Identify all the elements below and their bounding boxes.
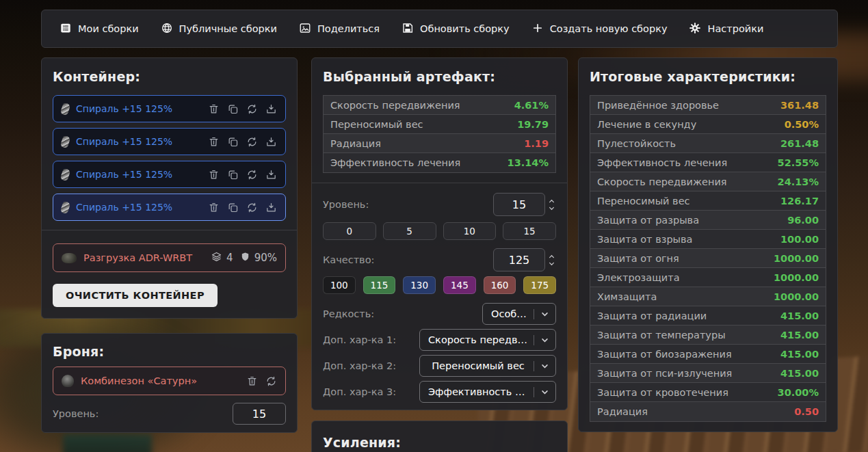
quality-preset-115[interactable]: 115 xyxy=(363,276,396,294)
quality-preset-160[interactable]: 160 xyxy=(484,276,516,294)
refresh-icon[interactable] xyxy=(246,136,258,148)
chevron-up-icon[interactable] xyxy=(547,198,556,204)
total-row: Лечение в секунду0.50% xyxy=(590,115,826,134)
total-row: Радиация0.50 xyxy=(590,402,826,421)
new-build-label: Создать новую сборку xyxy=(550,23,668,34)
level-preset-0[interactable]: 0 xyxy=(323,222,376,240)
refresh-icon[interactable] xyxy=(265,375,277,387)
level-input[interactable]: 15 xyxy=(493,193,545,216)
download-icon[interactable] xyxy=(265,169,277,181)
level-preset-10[interactable]: 10 xyxy=(443,222,497,240)
chevron-down-icon xyxy=(540,309,550,319)
artifact-actions xyxy=(208,202,277,213)
extra-stat-3-value: Эффективность ле... xyxy=(428,386,528,397)
level-preset-15[interactable]: 15 xyxy=(503,222,556,240)
trash-icon[interactable] xyxy=(246,375,258,387)
trash-icon[interactable] xyxy=(208,202,220,213)
artifact-stats-table: Скорость передвижения 4.61% Переносимый … xyxy=(323,95,556,173)
quality-spinner: 125 xyxy=(493,248,556,271)
pouch-item[interactable]: Разгрузка ADR-WRBT 4 90% xyxy=(53,243,286,272)
shield-icon xyxy=(240,252,250,265)
total-row: Защита от пси-излучения415.00 xyxy=(590,364,826,383)
extra-stat-1-label: Доп. хар-ка 1: xyxy=(323,334,396,345)
armor-level-label: Уровень: xyxy=(53,408,98,419)
total-row: Пулестойкость261.48 xyxy=(590,134,826,153)
share-button[interactable]: Поделиться xyxy=(299,22,380,36)
artifact-slot-4-selected[interactable]: Спираль +15 125% xyxy=(53,194,286,221)
armor-level-input[interactable]: 15 xyxy=(233,403,286,425)
top-toolbar: Мои сборки Публичные сборки Поделиться О… xyxy=(41,10,838,48)
total-row: Защита от взрыва100.00 xyxy=(590,230,826,249)
quality-input[interactable]: 125 xyxy=(493,248,545,271)
chevron-down-icon xyxy=(540,335,550,345)
new-build-button[interactable]: Создать новую сборку xyxy=(531,22,668,36)
copy-icon[interactable] xyxy=(227,103,239,115)
artifact-slot-3[interactable]: Спираль +15 125% xyxy=(53,161,286,188)
chevron-down-icon[interactable] xyxy=(547,261,556,267)
trash-icon[interactable] xyxy=(208,136,220,148)
total-row: Защита от огня1000.00 xyxy=(590,249,826,268)
extra-stat-2-dropdown[interactable]: Переносимый вес xyxy=(419,355,556,377)
clear-container-button[interactable]: ОЧИСТИТЬ КОНТЕЙНЕР xyxy=(53,284,218,307)
quality-preset-145[interactable]: 145 xyxy=(443,276,476,294)
rarity-label: Редкость: xyxy=(323,308,374,319)
my-builds-button[interactable]: Мои сборки xyxy=(60,22,139,36)
chevron-down-icon xyxy=(540,361,550,371)
globe-icon xyxy=(161,22,173,36)
refresh-icon[interactable] xyxy=(246,169,258,181)
stat-row: Эффективность лечения 13.14% xyxy=(324,153,555,172)
total-row: Защита от кровотечения30.00% xyxy=(590,383,826,402)
quality-preset-175[interactable]: 175 xyxy=(523,276,556,294)
quality-preset-100[interactable]: 100 xyxy=(323,276,356,294)
refresh-icon[interactable] xyxy=(246,103,258,115)
armor-icon xyxy=(62,375,74,387)
artifact-slot-2[interactable]: Спираль +15 125% xyxy=(53,128,286,155)
image-icon xyxy=(299,22,311,36)
extra-stat-3-dropdown[interactable]: Эффективность ле... xyxy=(419,381,556,403)
armor-panel: Броня: Комбинезон «Сатурн» Уровень: 15 xyxy=(41,333,298,433)
armor-name: Комбинезон «Сатурн» xyxy=(81,375,239,386)
rarity-dropdown[interactable]: Особый xyxy=(482,303,556,325)
total-row: Эффективность лечения52.55% xyxy=(590,153,826,172)
quality-preset-130[interactable]: 130 xyxy=(403,276,436,294)
pouch-durability: 90% xyxy=(240,252,277,265)
extra-stat-1-value: Скорость передви... xyxy=(428,334,528,345)
download-icon[interactable] xyxy=(265,103,277,115)
plus-icon xyxy=(531,22,544,36)
extra-stat-2-value: Переносимый вес xyxy=(428,360,528,371)
total-row: Защита от биозаражения415.00 xyxy=(590,345,826,364)
chevron-up-icon[interactable] xyxy=(547,253,556,260)
settings-button[interactable]: Настройки xyxy=(689,22,763,36)
armor-item[interactable]: Комбинезон «Сатурн» xyxy=(53,367,286,395)
extra-stat-1-dropdown[interactable]: Скорость передви... xyxy=(419,329,556,351)
trash-icon[interactable] xyxy=(208,169,220,181)
update-build-button[interactable]: Обновить сборку xyxy=(402,22,510,36)
pouch-stack: 4 xyxy=(211,251,233,265)
total-row: Переносимый вес126.17 xyxy=(590,191,826,211)
copy-icon[interactable] xyxy=(227,202,239,213)
chevron-down-icon[interactable] xyxy=(547,205,556,212)
copy-icon[interactable] xyxy=(227,169,239,181)
level-presets: 0 5 10 15 xyxy=(323,222,556,240)
boosts-title: Усиления: xyxy=(323,435,556,450)
extra-stat-3-label: Доп. хар-ка 3: xyxy=(323,386,396,397)
pouch-icon xyxy=(62,253,77,263)
artifact-spiral-icon xyxy=(60,135,71,148)
rarity-row: Редкость: Особый xyxy=(323,303,556,325)
artifact-actions xyxy=(208,136,277,148)
share-label: Поделиться xyxy=(317,23,380,34)
trash-icon[interactable] xyxy=(208,103,220,115)
artifact-name: Спираль +15 125% xyxy=(76,103,201,114)
level-preset-5[interactable]: 5 xyxy=(383,222,436,240)
update-build-label: Обновить сборку xyxy=(420,23,510,34)
public-builds-button[interactable]: Публичные сборки xyxy=(161,22,277,36)
copy-icon[interactable] xyxy=(227,136,239,148)
download-icon[interactable] xyxy=(265,136,277,148)
total-row: Защита от разрыва96.00 xyxy=(590,211,826,230)
extra-stat-2-row: Доп. хар-ка 2: Переносимый вес xyxy=(323,355,556,377)
refresh-icon[interactable] xyxy=(246,202,258,213)
pouch-name: Разгрузка ADR-WRBT xyxy=(83,252,204,263)
artifact-slot-1[interactable]: Спираль +15 125% xyxy=(53,95,286,122)
total-row: Защита от температуры415.00 xyxy=(590,325,826,345)
download-icon[interactable] xyxy=(265,202,277,213)
